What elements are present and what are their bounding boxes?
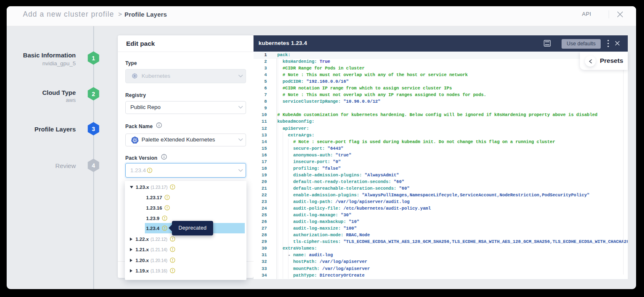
svg-text:2: 2 — [92, 91, 95, 97]
svg-text:3: 3 — [92, 126, 95, 132]
svg-text:1: 1 — [92, 55, 95, 62]
svg-text:4: 4 — [92, 162, 95, 169]
